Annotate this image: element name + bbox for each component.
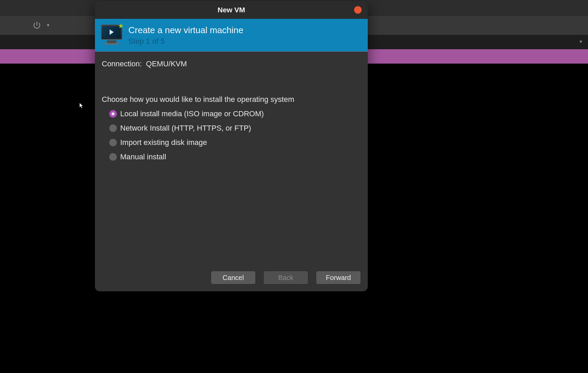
- radio-network-install[interactable]: Network Install (HTTP, HTTPS, or FTP): [109, 124, 361, 133]
- forward-button[interactable]: Forward: [316, 271, 361, 284]
- connection-value: QEMU/KVM: [146, 59, 187, 68]
- radio-icon: [109, 139, 117, 146]
- dialog-titlebar[interactable]: New VM: [95, 1, 368, 19]
- radio-icon: [109, 124, 117, 132]
- expand-chevron-icon[interactable]: ▼: [579, 39, 583, 44]
- radio-import-disk-image[interactable]: Import existing disk image: [109, 138, 361, 147]
- radio-icon: [109, 153, 117, 161]
- cancel-button[interactable]: Cancel: [211, 271, 256, 284]
- dialog-title: New VM: [218, 6, 245, 14]
- wizard-header: Create a new virtual machine Step 1 of 5: [95, 19, 368, 52]
- radio-label: Local install media (ISO image or CDROM): [120, 109, 264, 118]
- radio-icon: [109, 110, 117, 118]
- install-method-group: Local install media (ISO image or CDROM)…: [102, 109, 361, 161]
- radio-manual-install[interactable]: Manual install: [109, 152, 361, 161]
- wizard-title: Create a new virtual machine: [128, 25, 243, 36]
- dialog-button-row: Cancel Back Forward: [95, 265, 368, 291]
- dialog-content: Connection: QEMU/KVM Choose how you woul…: [95, 52, 368, 265]
- power-icon[interactable]: [32, 21, 41, 30]
- back-button[interactable]: Back: [263, 271, 308, 284]
- connection-label: Connection:: [102, 59, 142, 68]
- dropdown-arrow-icon[interactable]: ▼: [46, 23, 50, 28]
- close-button[interactable]: [354, 6, 362, 14]
- radio-label: Network Install (HTTP, HTTPS, or FTP): [120, 124, 251, 133]
- radio-label: Import existing disk image: [120, 138, 207, 147]
- new-vm-dialog: New VM Create a new virtual machine Step…: [95, 1, 368, 291]
- wizard-step-label: Step 1 of 5: [128, 37, 243, 46]
- install-choice-heading: Choose how you would like to install the…: [102, 95, 361, 104]
- vm-monitor-icon: [101, 25, 122, 46]
- connection-row: Connection: QEMU/KVM: [102, 59, 361, 68]
- radio-label: Manual install: [120, 152, 166, 161]
- radio-local-install-media[interactable]: Local install media (ISO image or CDROM): [109, 109, 361, 118]
